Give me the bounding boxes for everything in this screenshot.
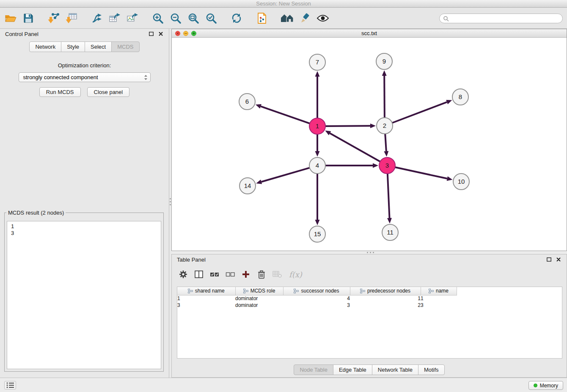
column-header-successor-nodes[interactable]: successor nodes xyxy=(283,287,350,295)
minimize-window-button[interactable] xyxy=(183,31,188,36)
tab-network-table[interactable]: Network Table xyxy=(372,364,418,375)
graph-node-label: 6 xyxy=(245,98,249,105)
table-toolbar: f(x) xyxy=(178,265,302,283)
table-cell: 3 xyxy=(283,302,350,309)
graph-edge-2-8[interactable] xyxy=(392,102,447,123)
create-column-button[interactable] xyxy=(240,268,251,280)
table-options-button[interactable] xyxy=(178,268,189,280)
zoom-selected-button[interactable] xyxy=(204,10,218,26)
graph-edge-arrow xyxy=(315,71,320,77)
graph-edge-4-14[interactable] xyxy=(261,168,310,182)
run-mcds-button[interactable]: Run MCDS xyxy=(39,87,81,97)
refresh-icon xyxy=(231,13,242,24)
close-window-button[interactable] xyxy=(175,31,180,36)
window-controls xyxy=(175,31,196,36)
tab-edge-table[interactable]: Edge Table xyxy=(333,364,372,375)
graph-edge-3-10[interactable] xyxy=(395,167,447,179)
graph-edge-3-1[interactable] xyxy=(330,133,380,162)
float-table-panel-button[interactable] xyxy=(546,257,552,262)
horizontal-splitter[interactable] xyxy=(171,251,567,254)
tab-motifs[interactable]: Motifs xyxy=(418,364,445,375)
new-network-button[interactable] xyxy=(90,10,104,26)
network-view-window: scc.txt 7968124314101511 xyxy=(171,29,567,251)
checked-boxes-icon xyxy=(210,271,219,278)
table-row[interactable]: 1dominator411 xyxy=(177,295,457,302)
refresh-view-button[interactable] xyxy=(229,10,244,26)
maximize-window-button[interactable] xyxy=(191,31,196,36)
column-header-shared-name[interactable]: shared name xyxy=(177,287,235,295)
zoom-in-button[interactable] xyxy=(151,10,165,26)
show-graphics-details-button[interactable] xyxy=(316,10,330,26)
open-session-button[interactable] xyxy=(3,10,18,26)
search-icon xyxy=(443,16,449,22)
mcds-result-line: 3 xyxy=(11,230,157,237)
show-columns-button[interactable] xyxy=(193,268,204,280)
node-table: shared name MCDS role successor nodes pr… xyxy=(177,287,562,359)
table-cell: 3 xyxy=(421,302,457,309)
graph-edge-3-11[interactable] xyxy=(388,174,390,218)
tab-mcds[interactable]: MCDS xyxy=(111,41,139,52)
select-all-columns-button[interactable] xyxy=(209,268,220,280)
close-icon xyxy=(556,257,561,262)
graph-edge-arrow xyxy=(315,220,320,225)
open-document-button[interactable] xyxy=(255,10,269,26)
criterion-selected-value: strongly connected component xyxy=(23,74,144,80)
control-panel: Control Panel Network Style Select MCDS xyxy=(0,29,169,378)
tab-node-table[interactable]: Node Table xyxy=(294,364,333,375)
search-input[interactable] xyxy=(449,15,562,22)
memory-button[interactable]: Memory xyxy=(528,381,563,390)
import-network-icon xyxy=(48,13,60,24)
list-icon xyxy=(6,382,14,389)
zoom-fit-button[interactable] xyxy=(186,10,201,26)
column-header-mcds-role[interactable]: MCDS role xyxy=(235,287,283,295)
graph-edge-arrow xyxy=(446,100,452,104)
zoom-in-icon xyxy=(152,13,163,24)
table-cell: 1 xyxy=(421,295,457,302)
export-image-button[interactable] xyxy=(125,10,140,26)
close-control-panel-button[interactable] xyxy=(158,31,164,37)
network-window-title: scc.txt xyxy=(361,30,377,36)
save-session-button[interactable] xyxy=(21,10,36,26)
tab-select[interactable]: Select xyxy=(85,41,112,52)
graph-node-label: 9 xyxy=(383,58,386,65)
close-panel-button[interactable]: Close panel xyxy=(87,87,130,97)
network-window-titlebar[interactable]: scc.txt xyxy=(172,29,567,38)
zoom-selected-icon xyxy=(206,13,217,24)
task-history-button[interactable] xyxy=(4,381,16,389)
graph-edge-1-6[interactable] xyxy=(261,106,310,124)
export-table-button[interactable] xyxy=(107,10,122,26)
mcds-result-list[interactable]: 1 3 xyxy=(7,221,161,369)
deselect-all-columns-button[interactable] xyxy=(225,268,236,280)
zoom-out-button[interactable] xyxy=(168,10,183,26)
close-icon xyxy=(176,32,179,35)
zoom-out-icon xyxy=(170,13,181,24)
column-header-name[interactable]: name xyxy=(421,287,457,295)
format-style-button[interactable] xyxy=(298,10,312,26)
first-neighbors-button[interactable] xyxy=(280,10,295,26)
table-panel-title: Table Panel xyxy=(177,257,206,263)
save-floppy-icon xyxy=(23,13,33,23)
import-network-from-file-button[interactable] xyxy=(47,10,61,26)
float-panel-button[interactable] xyxy=(148,31,154,37)
graph-node-label: 15 xyxy=(314,230,321,237)
graph-node-label: 7 xyxy=(316,58,319,66)
trash-icon xyxy=(258,270,265,279)
app-title: Session: New Session xyxy=(256,0,311,7)
network-canvas[interactable]: 7968124314101511 xyxy=(172,38,567,251)
delete-column-button[interactable] xyxy=(256,268,267,280)
criterion-select[interactable]: strongly connected component xyxy=(19,72,151,82)
graph-edge-arrow xyxy=(370,124,376,128)
marker-icon xyxy=(300,13,311,23)
table-row[interactable]: 3dominator323 xyxy=(177,302,457,309)
tab-style[interactable]: Style xyxy=(61,41,85,52)
column-header-predecessor-nodes[interactable]: predecessor nodes xyxy=(350,287,421,295)
import-table-from-file-button[interactable] xyxy=(64,10,79,26)
tab-network[interactable]: Network xyxy=(29,41,61,52)
close-table-panel-button[interactable] xyxy=(556,257,561,262)
graph-node-label: 11 xyxy=(387,229,394,236)
unchecked-boxes-icon xyxy=(226,271,235,278)
graph-edge-2-3[interactable] xyxy=(385,134,386,151)
graph-edge-2-9[interactable] xyxy=(384,76,385,118)
column-label: shared name xyxy=(195,288,225,294)
graph-edge-1-2[interactable] xyxy=(325,126,370,126)
